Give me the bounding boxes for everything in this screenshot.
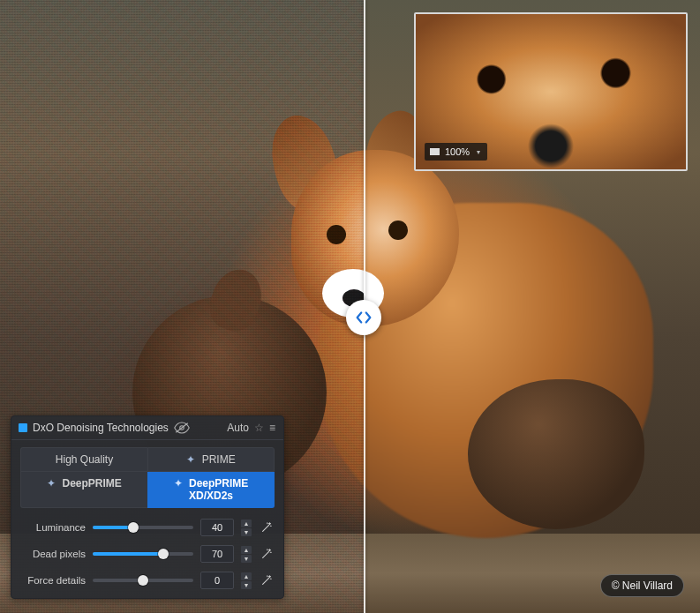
denoising-panel: DxO Denoising Technologies Auto ☆ ≡ High… — [11, 415, 284, 599]
luminance-slider[interactable] — [93, 521, 193, 534]
luminance-stepper[interactable]: ▲ ▼ — [241, 520, 252, 536]
svg-line-1 — [176, 423, 188, 433]
magic-wand-icon — [260, 548, 273, 560]
force-details-auto-wand[interactable] — [259, 572, 275, 588]
dead-pixels-label: Dead pixels — [20, 549, 86, 559]
denoise-mode-tabs: High Quality ✦ PRIME ✦ DeepPRIME ✦ DeepP… — [20, 447, 275, 508]
panel-title: DxO Denoising Technologies — [33, 422, 169, 434]
force-details-value[interactable]: 0 — [200, 572, 234, 589]
sparkle-icon: ✦ — [186, 453, 195, 466]
tab-label: DeepPRIME — [62, 477, 121, 490]
favorite-toggle[interactable]: ☆ — [254, 422, 264, 434]
panel-header: DxO Denoising Technologies Auto ☆ ≡ — [11, 416, 283, 440]
panel-enabled-indicator[interactable] — [19, 423, 27, 432]
magic-wand-icon — [260, 521, 273, 534]
luminance-label: Luminance — [20, 522, 86, 533]
panel-menu-icon[interactable]: ≡ — [269, 422, 276, 434]
slider-group: Luminance 40 ▲ ▼ Dead pixels — [20, 519, 275, 589]
luminance-row: Luminance 40 ▲ ▼ — [20, 519, 275, 536]
step-up-icon[interactable]: ▲ — [241, 546, 252, 554]
sparkle-icon: ✦ — [47, 477, 56, 490]
tab-deepprime[interactable]: ✦ DeepPRIME — [20, 472, 147, 508]
photo-credit: © Neil Villard — [600, 574, 684, 597]
zoom-preview: 100% ▾ — [414, 12, 688, 171]
tab-label: DeepPRIME XD/XD2s — [189, 477, 248, 502]
step-up-icon[interactable]: ▲ — [241, 572, 252, 580]
dead-pixels-auto-wand[interactable] — [259, 546, 275, 562]
dead-pixels-stepper[interactable]: ▲ ▼ — [241, 546, 252, 563]
dead-pixels-row: Dead pixels 70 ▲ ▼ — [20, 545, 275, 563]
fit-icon — [430, 148, 440, 155]
zoom-level-label: 100% — [445, 146, 470, 157]
auto-button[interactable]: Auto — [227, 422, 249, 434]
tab-prime[interactable]: ✦ PRIME — [147, 447, 275, 472]
force-details-slider[interactable] — [93, 574, 193, 587]
force-details-stepper[interactable]: ▲ ▼ — [241, 572, 252, 589]
fox-eye — [388, 221, 408, 240]
step-down-icon[interactable]: ▼ — [241, 528, 252, 536]
tab-label: PRIME — [202, 453, 236, 466]
luminance-value[interactable]: 40 — [200, 519, 234, 536]
dead-pixels-slider[interactable] — [93, 548, 193, 560]
force-details-row: Force details 0 ▲ ▼ — [20, 572, 275, 589]
step-up-icon[interactable]: ▲ — [241, 520, 252, 527]
tab-high-quality[interactable]: High Quality — [20, 447, 147, 472]
dead-pixels-value[interactable]: 70 — [200, 545, 234, 563]
luminance-auto-wand[interactable] — [259, 520, 275, 535]
step-down-icon[interactable]: ▼ — [241, 581, 252, 589]
step-down-icon[interactable]: ▼ — [241, 555, 252, 563]
zoom-level-selector[interactable]: 100% ▾ — [425, 143, 487, 161]
fox-eye — [327, 225, 346, 244]
chevron-down-icon: ▾ — [477, 148, 480, 156]
sparkle-icon: ✦ — [174, 477, 183, 490]
compare-arrows-icon — [354, 308, 373, 327]
preview-visibility-icon[interactable] — [174, 422, 190, 434]
magic-wand-icon — [260, 574, 273, 587]
photo-credit-text: © Neil Villard — [612, 579, 673, 592]
force-details-label: Force details — [20, 575, 86, 586]
fox-kit — [468, 379, 644, 529]
tab-label: High Quality — [56, 453, 113, 466]
tab-deepprime-xd[interactable]: ✦ DeepPRIME XD/XD2s — [147, 472, 275, 508]
